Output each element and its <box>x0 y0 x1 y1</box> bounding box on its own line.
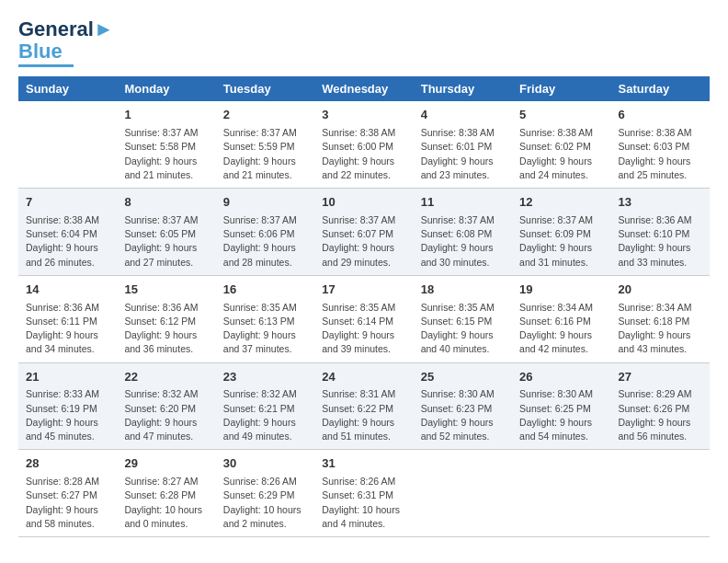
day-number: 25 <box>421 369 505 386</box>
calendar-cell: 9Sunrise: 8:37 AMSunset: 6:06 PMDaylight… <box>216 189 314 276</box>
calendar-cell: 14Sunrise: 8:36 AMSunset: 6:11 PMDayligh… <box>18 275 117 362</box>
week-row-3: 21Sunrise: 8:33 AMSunset: 6:19 PMDayligh… <box>18 362 710 450</box>
cell-info: Sunrise: 8:37 AMSunset: 6:08 PMDaylight:… <box>421 213 505 270</box>
day-number: 3 <box>322 107 405 124</box>
day-number: 31 <box>322 455 405 473</box>
calendar-cell <box>18 101 117 188</box>
cell-info: Sunrise: 8:30 AMSunset: 6:25 PMDaylight:… <box>519 387 603 443</box>
calendar-cell: 1Sunrise: 8:37 AMSunset: 5:58 PMDaylight… <box>117 101 215 188</box>
cell-info: Sunrise: 8:36 AMSunset: 6:12 PMDaylight:… <box>124 301 208 357</box>
week-row-4: 28Sunrise: 8:28 AMSunset: 6:27 PMDayligh… <box>18 450 710 537</box>
cell-info: Sunrise: 8:33 AMSunset: 6:19 PMDaylight:… <box>26 387 109 443</box>
day-number: 9 <box>223 194 307 212</box>
day-number: 20 <box>619 282 702 299</box>
calendar-cell: 24Sunrise: 8:31 AMSunset: 6:22 PMDayligh… <box>314 362 413 450</box>
calendar-table: SundayMondayTuesdayWednesdayThursdayFrid… <box>18 76 710 537</box>
cell-info: Sunrise: 8:35 AMSunset: 6:15 PMDaylight:… <box>421 301 505 357</box>
day-number: 15 <box>124 282 208 299</box>
calendar-cell: 22Sunrise: 8:32 AMSunset: 6:20 PMDayligh… <box>117 362 215 450</box>
calendar-cell: 3Sunrise: 8:38 AMSunset: 6:00 PMDaylight… <box>314 101 413 188</box>
calendar-cell: 31Sunrise: 8:26 AMSunset: 6:31 PMDayligh… <box>314 450 413 537</box>
day-number: 10 <box>322 194 405 212</box>
calendar-cell: 13Sunrise: 8:36 AMSunset: 6:10 PMDayligh… <box>611 189 710 276</box>
calendar-cell: 18Sunrise: 8:35 AMSunset: 6:15 PMDayligh… <box>414 275 512 362</box>
cell-info: Sunrise: 8:37 AMSunset: 6:06 PMDaylight:… <box>223 213 307 270</box>
cell-info: Sunrise: 8:36 AMSunset: 6:10 PMDaylight:… <box>619 213 702 270</box>
cell-info: Sunrise: 8:37 AMSunset: 6:09 PMDaylight:… <box>519 213 603 270</box>
calendar-cell: 8Sunrise: 8:37 AMSunset: 6:05 PMDaylight… <box>117 189 215 276</box>
day-number: 27 <box>619 369 702 386</box>
day-number: 28 <box>26 455 109 473</box>
cell-info: Sunrise: 8:37 AMSunset: 6:05 PMDaylight:… <box>124 213 208 270</box>
cell-info: Sunrise: 8:32 AMSunset: 6:21 PMDaylight:… <box>223 387 307 443</box>
cell-info: Sunrise: 8:30 AMSunset: 6:23 PMDaylight:… <box>421 387 505 443</box>
header-monday: Monday <box>117 76 215 101</box>
calendar-cell: 5Sunrise: 8:38 AMSunset: 6:02 PMDaylight… <box>512 101 610 188</box>
calendar-cell: 6Sunrise: 8:38 AMSunset: 6:03 PMDaylight… <box>611 101 710 188</box>
calendar-cell: 25Sunrise: 8:30 AMSunset: 6:23 PMDayligh… <box>414 362 512 450</box>
calendar-cell: 19Sunrise: 8:34 AMSunset: 6:16 PMDayligh… <box>512 275 610 362</box>
day-number: 26 <box>519 369 603 386</box>
calendar-cell: 27Sunrise: 8:29 AMSunset: 6:26 PMDayligh… <box>611 362 710 450</box>
calendar-cell: 26Sunrise: 8:30 AMSunset: 6:25 PMDayligh… <box>512 362 610 450</box>
day-number: 4 <box>421 107 505 124</box>
cell-info: Sunrise: 8:38 AMSunset: 6:02 PMDaylight:… <box>519 126 603 182</box>
cell-info: Sunrise: 8:34 AMSunset: 6:16 PMDaylight:… <box>519 301 603 357</box>
logo-text: General►Blue <box>18 18 114 63</box>
day-number: 13 <box>619 194 702 212</box>
calendar-cell: 30Sunrise: 8:26 AMSunset: 6:29 PMDayligh… <box>216 450 314 537</box>
header-thursday: Thursday <box>414 76 512 101</box>
header-friday: Friday <box>512 76 610 101</box>
day-number: 21 <box>26 369 109 386</box>
cell-info: Sunrise: 8:37 AMSunset: 5:59 PMDaylight:… <box>223 126 307 182</box>
header-wednesday: Wednesday <box>314 76 413 101</box>
calendar-cell <box>414 450 512 537</box>
day-number: 24 <box>322 369 405 386</box>
cell-info: Sunrise: 8:38 AMSunset: 6:00 PMDaylight:… <box>322 126 405 182</box>
calendar-cell: 17Sunrise: 8:35 AMSunset: 6:14 PMDayligh… <box>314 275 413 362</box>
calendar-cell: 16Sunrise: 8:35 AMSunset: 6:13 PMDayligh… <box>216 275 314 362</box>
day-number: 8 <box>124 194 208 212</box>
calendar-cell <box>512 450 610 537</box>
calendar-cell: 7Sunrise: 8:38 AMSunset: 6:04 PMDaylight… <box>18 189 117 276</box>
cell-info: Sunrise: 8:31 AMSunset: 6:22 PMDaylight:… <box>322 387 405 443</box>
calendar-cell: 15Sunrise: 8:36 AMSunset: 6:12 PMDayligh… <box>117 275 215 362</box>
cell-info: Sunrise: 8:37 AMSunset: 5:58 PMDaylight:… <box>124 126 208 182</box>
day-number: 29 <box>124 455 208 473</box>
calendar-cell: 28Sunrise: 8:28 AMSunset: 6:27 PMDayligh… <box>18 450 117 537</box>
logo: General►Blue <box>18 18 114 67</box>
cell-info: Sunrise: 8:34 AMSunset: 6:18 PMDaylight:… <box>619 301 702 357</box>
day-number: 7 <box>26 194 109 212</box>
day-number: 1 <box>124 107 208 124</box>
cell-info: Sunrise: 8:36 AMSunset: 6:11 PMDaylight:… <box>26 301 109 357</box>
cell-info: Sunrise: 8:27 AMSunset: 6:28 PMDaylight:… <box>124 475 208 531</box>
day-number: 23 <box>223 369 307 386</box>
cell-info: Sunrise: 8:35 AMSunset: 6:14 PMDaylight:… <box>322 301 405 357</box>
cell-info: Sunrise: 8:26 AMSunset: 6:31 PMDaylight:… <box>322 475 405 531</box>
header-row: SundayMondayTuesdayWednesdayThursdayFrid… <box>18 76 710 101</box>
cell-info: Sunrise: 8:32 AMSunset: 6:20 PMDaylight:… <box>124 387 208 443</box>
calendar-cell: 10Sunrise: 8:37 AMSunset: 6:07 PMDayligh… <box>314 189 413 276</box>
day-number: 17 <box>322 282 405 299</box>
calendar-cell: 11Sunrise: 8:37 AMSunset: 6:08 PMDayligh… <box>414 189 512 276</box>
cell-info: Sunrise: 8:35 AMSunset: 6:13 PMDaylight:… <box>223 301 307 357</box>
cell-info: Sunrise: 8:38 AMSunset: 6:03 PMDaylight:… <box>619 126 702 182</box>
cell-info: Sunrise: 8:38 AMSunset: 6:04 PMDaylight:… <box>26 213 109 270</box>
page-header: General►Blue <box>18 18 710 67</box>
cell-info: Sunrise: 8:29 AMSunset: 6:26 PMDaylight:… <box>619 387 702 443</box>
day-number: 14 <box>26 282 109 299</box>
calendar-cell: 12Sunrise: 8:37 AMSunset: 6:09 PMDayligh… <box>512 189 610 276</box>
calendar-cell: 21Sunrise: 8:33 AMSunset: 6:19 PMDayligh… <box>18 362 117 450</box>
header-saturday: Saturday <box>611 76 710 101</box>
cell-info: Sunrise: 8:37 AMSunset: 6:07 PMDaylight:… <box>322 213 405 270</box>
logo-underline <box>18 64 74 67</box>
week-row-1: 7Sunrise: 8:38 AMSunset: 6:04 PMDaylight… <box>18 189 710 276</box>
day-number: 11 <box>421 194 505 212</box>
cell-info: Sunrise: 8:38 AMSunset: 6:01 PMDaylight:… <box>421 126 505 182</box>
day-number: 12 <box>519 194 603 212</box>
day-number: 2 <box>223 107 307 124</box>
header-sunday: Sunday <box>18 76 117 101</box>
day-number: 5 <box>519 107 603 124</box>
calendar-cell: 29Sunrise: 8:27 AMSunset: 6:28 PMDayligh… <box>117 450 215 537</box>
calendar-cell: 4Sunrise: 8:38 AMSunset: 6:01 PMDaylight… <box>414 101 512 188</box>
